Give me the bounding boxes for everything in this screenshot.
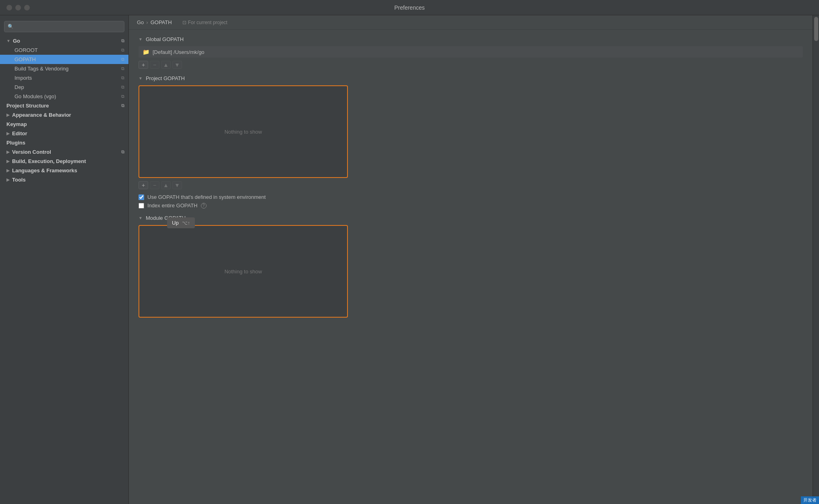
- copy-icon: ⧉: [121, 85, 124, 90]
- up-project-gopath-button[interactable]: ▲: [161, 181, 171, 189]
- index-gopath-checkbox[interactable]: [139, 203, 144, 209]
- copy-icon: ⧉: [121, 66, 124, 71]
- breadcrumb: Go › GOPATH ⊡ For current project: [129, 15, 813, 30]
- folder-icon: 📁: [143, 49, 149, 55]
- watermark: 开发者: [801, 496, 819, 504]
- sidebar-item-imports-label: Imports: [14, 75, 32, 81]
- project-gopath-label: Project GOPATH: [146, 75, 185, 81]
- expand-arrow-icon: ▶: [6, 168, 10, 173]
- module-gopath-empty-text: Nothing to show: [224, 269, 262, 275]
- expand-arrow-icon: ▶: [6, 131, 10, 136]
- down-project-gopath-button[interactable]: ▼: [172, 181, 182, 189]
- window-controls: [6, 5, 30, 10]
- copy-icon: ⧉: [121, 75, 124, 81]
- add-global-gopath-button[interactable]: +: [139, 61, 148, 69]
- gopath-entry-value: [Default] /Users/mk/go: [153, 49, 205, 55]
- toolbar-project-gopath: + − ▲ ▼: [139, 181, 803, 189]
- section-expand-icon: ▼: [139, 37, 143, 41]
- index-gopath-checkbox-row: Index entire GOPATH ?: [139, 202, 803, 209]
- copy-icon: ⧉: [121, 38, 124, 43]
- sidebar-item-languages-label: Languages & Frameworks: [12, 167, 77, 174]
- sidebar-item-project-structure[interactable]: Project Structure ⧉: [0, 101, 128, 110]
- toolbar-global-gopath: + − ▲ ▼: [139, 61, 803, 69]
- sidebar-item-tools-label: Tools: [12, 177, 26, 183]
- expand-arrow-icon: ▶: [6, 159, 10, 163]
- use-gopath-checkbox[interactable]: [139, 194, 144, 200]
- global-gopath-label: Global GOPATH: [146, 36, 184, 42]
- breadcrumb-parent: Go: [137, 19, 144, 25]
- sidebar-item-go-label: Go: [13, 38, 20, 44]
- sidebar-item-goroot-label: GOROOT: [14, 47, 38, 53]
- search-box[interactable]: 🔍: [4, 21, 124, 32]
- gopath-entry[interactable]: 📁 [Default] /Users/mk/go: [139, 46, 803, 58]
- sidebar-item-version-control[interactable]: ▶ Version Control ⧉: [0, 147, 128, 157]
- module-gopath-section-header: ▼ Module GOPATH: [139, 215, 803, 221]
- sidebar-item-appearance[interactable]: ▶ Appearance & Behavior: [0, 110, 128, 120]
- sidebar-item-plugins-label: Plugins: [6, 140, 25, 146]
- sidebar-item-appearance-label: Appearance & Behavior: [12, 112, 71, 118]
- sidebar-item-build-execution-label: Build, Execution, Deployment: [12, 158, 86, 164]
- right-scrollbar[interactable]: [813, 15, 819, 504]
- down-global-gopath-button[interactable]: ▼: [172, 61, 182, 69]
- sidebar-item-goroot[interactable]: GOROOT ⧉: [0, 45, 128, 55]
- add-project-gopath-button[interactable]: +: [139, 181, 148, 189]
- index-gopath-label: Index entire GOPATH: [147, 202, 198, 209]
- sidebar-item-build-tags[interactable]: Build Tags & Vendoring ⧉: [0, 64, 128, 73]
- sidebar: 🔍 ▼ Go ⧉ GOROOT ⧉ GOPATH ⧉ Build Tags & …: [0, 15, 129, 504]
- copy-icon: ⧉: [121, 103, 124, 108]
- close-button[interactable]: [6, 5, 12, 10]
- expand-arrow-icon: ▶: [6, 178, 10, 182]
- module-gopath-label: Module GOPATH: [146, 215, 186, 221]
- sidebar-item-dep[interactable]: Dep ⧉: [0, 83, 128, 92]
- sidebar-item-dep-label: Dep: [14, 84, 24, 90]
- sidebar-item-keymap[interactable]: Keymap: [0, 120, 128, 129]
- expand-arrow-icon: ▶: [6, 113, 10, 117]
- project-gopath-list[interactable]: Nothing to show: [139, 85, 348, 178]
- module-gopath-list[interactable]: Nothing to show: [139, 225, 348, 318]
- project-gopath-empty-text: Nothing to show: [224, 129, 262, 135]
- sidebar-item-editor[interactable]: ▶ Editor: [0, 129, 128, 138]
- copy-icon: ⧉: [121, 57, 124, 62]
- remove-project-gopath-button[interactable]: −: [150, 181, 159, 189]
- sidebar-item-languages[interactable]: ▶ Languages & Frameworks: [0, 166, 128, 175]
- module-gopath-section: ▼ Module GOPATH Nothing to show: [139, 215, 803, 318]
- project-scope-icon: ⊡: [182, 20, 186, 25]
- content-area: Go › GOPATH ⊡ For current project ▼ Glob…: [129, 15, 813, 504]
- content-body: ▼ Global GOPATH 📁 [Default] /Users/mk/go…: [129, 30, 813, 327]
- breadcrumb-project: ⊡ For current project: [182, 20, 228, 25]
- remove-global-gopath-button[interactable]: −: [150, 61, 159, 69]
- minimize-button[interactable]: [15, 5, 21, 10]
- sidebar-item-project-structure-label: Project Structure: [6, 103, 49, 109]
- search-icon: 🔍: [8, 24, 14, 29]
- use-gopath-checkbox-row: Use GOPATH that's defined in system envi…: [139, 194, 803, 200]
- copy-icon: ⧉: [121, 94, 124, 99]
- use-gopath-label: Use GOPATH that's defined in system envi…: [147, 194, 266, 200]
- breadcrumb-arrow-icon: ›: [146, 19, 148, 25]
- main-layout: 🔍 ▼ Go ⧉ GOROOT ⧉ GOPATH ⧉ Build Tags & …: [0, 15, 819, 504]
- sidebar-item-gopath[interactable]: GOPATH ⧉: [0, 55, 128, 64]
- global-gopath-section-header: ▼ Global GOPATH: [139, 36, 803, 42]
- help-icon[interactable]: ?: [201, 203, 207, 209]
- project-gopath-section-header: ▼ Project GOPATH: [139, 75, 803, 81]
- up-global-gopath-button[interactable]: ▲: [161, 61, 171, 69]
- copy-icon: ⧉: [121, 48, 124, 53]
- maximize-button[interactable]: [24, 5, 30, 10]
- sidebar-item-keymap-label: Keymap: [6, 121, 27, 127]
- sidebar-item-go[interactable]: ▼ Go ⧉: [0, 36, 128, 45]
- sidebar-item-build-tags-label: Build Tags & Vendoring: [14, 66, 68, 72]
- breadcrumb-project-label: For current project: [188, 20, 228, 25]
- scrollbar-thumb[interactable]: [814, 17, 818, 41]
- sidebar-item-imports[interactable]: Imports ⧉: [0, 73, 128, 83]
- sidebar-item-build-execution[interactable]: ▶ Build, Execution, Deployment: [0, 157, 128, 166]
- sidebar-item-go-modules[interactable]: Go Modules (vgo) ⧉: [0, 92, 128, 101]
- section-expand-icon: ▼: [139, 216, 143, 220]
- sidebar-item-tools[interactable]: ▶ Tools: [0, 175, 128, 184]
- breadcrumb-current: GOPATH: [151, 19, 172, 25]
- search-input[interactable]: [16, 24, 121, 30]
- sidebar-item-version-control-label: Version Control: [12, 149, 51, 155]
- window-title: Preferences: [394, 4, 424, 11]
- sidebar-item-plugins[interactable]: Plugins: [0, 138, 128, 147]
- sidebar-item-editor-label: Editor: [12, 130, 27, 136]
- title-bar: Preferences: [0, 0, 819, 15]
- sidebar-item-gopath-label: GOPATH: [14, 56, 36, 62]
